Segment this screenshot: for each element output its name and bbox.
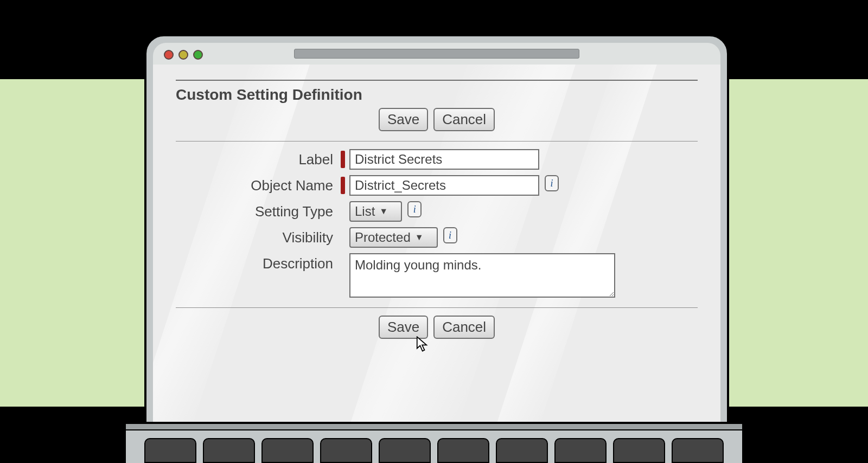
divider [176, 141, 698, 142]
description-textarea[interactable] [349, 253, 615, 298]
info-icon[interactable]: i [545, 175, 559, 191]
page-title: Custom Setting Definition [176, 86, 698, 104]
bottom-button-row: Save Cancel [176, 316, 698, 339]
object-name-field-label: Object Name [176, 175, 341, 194]
setting-type-value: List [355, 204, 375, 219]
window-grab-bar [294, 49, 579, 59]
chevron-down-icon: ▼ [415, 233, 424, 242]
label-input[interactable] [349, 149, 539, 170]
info-icon[interactable]: i [443, 227, 457, 243]
info-icon[interactable]: i [407, 201, 422, 217]
laptop-frame: Custom Setting Definition Save Cancel La… [144, 34, 729, 430]
window-close-icon[interactable] [164, 50, 174, 60]
object-name-input[interactable] [349, 175, 539, 196]
required-indicator [341, 177, 345, 194]
save-button[interactable]: Save [379, 108, 428, 131]
cancel-button[interactable]: Cancel [433, 316, 495, 339]
label-field-label: Label [176, 149, 341, 168]
description-field-label: Description [176, 253, 341, 272]
setting-type-field-label: Setting Type [176, 201, 341, 220]
window-titlebar [153, 43, 720, 66]
visibility-value: Protected [355, 230, 411, 245]
cancel-button[interactable]: Cancel [433, 108, 495, 131]
divider [176, 307, 698, 308]
laptop-base [126, 422, 742, 463]
required-indicator [341, 151, 345, 168]
top-button-row: Save Cancel [176, 108, 698, 131]
visibility-field-label: Visibility [176, 227, 341, 246]
setting-type-select[interactable]: List ▼ [349, 201, 402, 222]
window-minimize-icon[interactable] [178, 50, 188, 60]
save-button[interactable]: Save [379, 316, 428, 339]
chevron-down-icon: ▼ [379, 207, 388, 216]
divider [176, 80, 698, 81]
visibility-select[interactable]: Protected ▼ [349, 227, 438, 248]
window-zoom-icon[interactable] [193, 50, 203, 60]
